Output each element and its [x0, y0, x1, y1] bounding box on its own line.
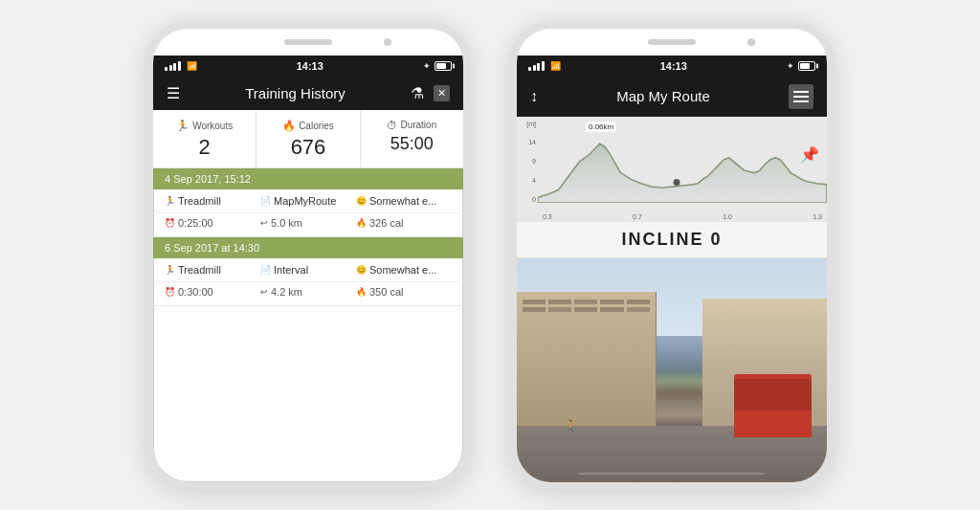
calories-icon: 🔥	[282, 120, 296, 132]
phones-container: 📶 14:13 ✦ ☰ Training History ⚗ ✕ 🏃	[0, 0, 980, 510]
map-pin-icon: 📌	[800, 145, 819, 164]
distance-icon-2: ↩	[260, 287, 268, 297]
phone-camera-1	[384, 38, 391, 46]
session-distance-2: ↩ 4.2 km	[260, 286, 356, 298]
layers-svg	[793, 89, 809, 104]
road-line	[579, 473, 765, 475]
session-route-2: 📄 Interval	[260, 264, 356, 276]
route-icon-2: 📄	[260, 265, 271, 275]
session-date-2: 6 Sep 2017 at 14:30	[153, 237, 463, 258]
stat-duration-label: ⏱ Duration	[367, 120, 457, 131]
distance-label: 0.06km	[586, 122, 616, 132]
feel-icon-1: 😊	[356, 196, 367, 206]
session-calories-1: 🔥 326 cal	[356, 217, 452, 229]
delete-icon[interactable]: ✕	[434, 85, 450, 101]
distance-icon-1: ↩	[260, 218, 268, 228]
incline-bar: INCLINE 0	[517, 222, 827, 258]
status-bar-2: 📶 14:13 ✦	[517, 55, 827, 77]
wifi-icon-2: 📶	[550, 61, 561, 71]
x-label-0.3: 0.3	[543, 213, 552, 220]
signal-bar	[537, 63, 540, 71]
chart-y-labels: [m] 14 9 4 0	[517, 117, 538, 203]
menu-icon[interactable]: ☰	[167, 84, 180, 102]
building-windows-left	[517, 292, 656, 320]
status-time-2: 14:13	[660, 60, 687, 72]
status-bar-1: 📶 14:13 ✦	[153, 55, 463, 77]
session-details-2: ⏰ 0:30:00 ↩ 4.2 km 🔥 350 cal	[153, 282, 463, 306]
battery-icon-2	[798, 61, 815, 71]
session-duration-1: ⏰ 0:25:00	[165, 217, 260, 229]
clock-icon-2: ⏰	[165, 287, 175, 297]
signal-bar	[178, 61, 181, 71]
filter-icon[interactable]: ⚗	[411, 84, 424, 102]
building-left	[517, 292, 657, 426]
y-label-9: 9	[517, 158, 538, 165]
chart-position-marker	[673, 179, 679, 186]
session-row-1a: 🏃 Treadmill 📄 MapMyRoute 😊 Somewhat e...	[153, 189, 463, 213]
session-activity-2: 🏃 Treadmill	[165, 264, 260, 276]
battery-icon-1	[434, 61, 452, 71]
signal-bar	[173, 63, 176, 71]
battery-fill-2	[800, 63, 810, 69]
cal-icon-1: 🔥	[356, 218, 367, 228]
activity-icon-1: 🏃	[165, 196, 175, 206]
session-duration-2: ⏰ 0:30:00	[165, 286, 260, 298]
x-label-1.3: 1.3	[813, 213, 822, 220]
signal-bar	[165, 67, 167, 71]
stat-duration-value: 55:00	[367, 134, 457, 154]
header-icons-1: ⚗ ✕	[411, 84, 450, 102]
phone-map-my-route: 📶 14:13 ✦ ↕ Map My Route	[509, 21, 835, 490]
y-label-14: 14	[517, 139, 538, 145]
y-label-unit: [m]	[517, 121, 538, 127]
elevation-chart: [m] 14 9 4 0	[517, 117, 827, 222]
phone-top-bar-1	[153, 29, 463, 55]
svg-rect-0	[793, 91, 809, 93]
stat-workouts: 🏃 Workouts 2	[153, 110, 256, 167]
stat-calories-label: 🔥 Calories	[262, 120, 353, 132]
phone2-screen: [m] 14 9 4 0	[517, 117, 827, 482]
route-icon-1: 📄	[260, 196, 271, 206]
battery-fill-1	[436, 63, 446, 69]
red-bus	[734, 374, 812, 437]
workouts-icon: 🏃	[176, 120, 189, 132]
stats-row: 🏃 Workouts 2 🔥 Calories 676 ⏱ Duration 5…	[153, 110, 463, 168]
elevation-path	[538, 144, 827, 203]
signal-bar	[528, 67, 531, 71]
pedestrian-icon: 🚶	[564, 419, 578, 432]
feel-icon-2: 😊	[356, 265, 367, 275]
signal-bars-1	[165, 61, 181, 71]
stat-workouts-label: 🏃 Workouts	[159, 120, 250, 132]
bus-windows	[734, 379, 812, 410]
layers-icon[interactable]	[789, 84, 813, 109]
chart-svg-container: 0.06km	[538, 117, 827, 203]
signal-bar	[533, 65, 536, 71]
phone-speaker-1	[284, 39, 332, 45]
wifi-icon-1: 📶	[187, 61, 197, 71]
map-route-header: ↕ Map My Route	[517, 77, 827, 117]
stat-calories-value: 676	[262, 135, 353, 160]
header-title-1: Training History	[245, 85, 345, 101]
svg-rect-2	[793, 100, 809, 102]
bluetooth-icon-1: ✦	[423, 61, 431, 71]
session-feel-1: 😊 Somewhat e...	[356, 195, 452, 207]
svg-rect-1	[793, 96, 809, 98]
stat-workouts-value: 2	[159, 135, 250, 160]
phone-camera-2	[747, 38, 755, 46]
status-bar-left-1: 📶	[165, 61, 197, 71]
incline-text: INCLINE 0	[621, 230, 722, 249]
session-row-2a: 🏃 Treadmill 📄 Interval 😊 Somewhat e...	[153, 258, 463, 282]
clock-icon-1: ⏰	[165, 218, 175, 228]
signal-bar	[169, 65, 172, 71]
status-bar-right-2: ✦	[787, 61, 815, 71]
chart-x-labels: 0.3 0.7 1.0 1.3	[538, 213, 827, 220]
cal-icon-2: 🔥	[356, 287, 367, 297]
stat-duration: ⏱ Duration 55:00	[361, 110, 463, 167]
x-label-0.7: 0.7	[633, 213, 642, 220]
session-feel-2: 😊 Somewhat e...	[356, 264, 452, 276]
duration-icon: ⏱	[387, 120, 397, 131]
session-route-1: 📄 MapMyRoute	[260, 195, 356, 207]
training-history-header: ☰ Training History ⚗ ✕	[153, 77, 463, 110]
session-details-1: ⏰ 0:25:00 ↩ 5.0 km 🔥 326 cal	[153, 213, 463, 237]
back-arrows-icon[interactable]: ↕	[530, 88, 538, 105]
session-calories-2: 🔥 350 cal	[356, 286, 452, 298]
